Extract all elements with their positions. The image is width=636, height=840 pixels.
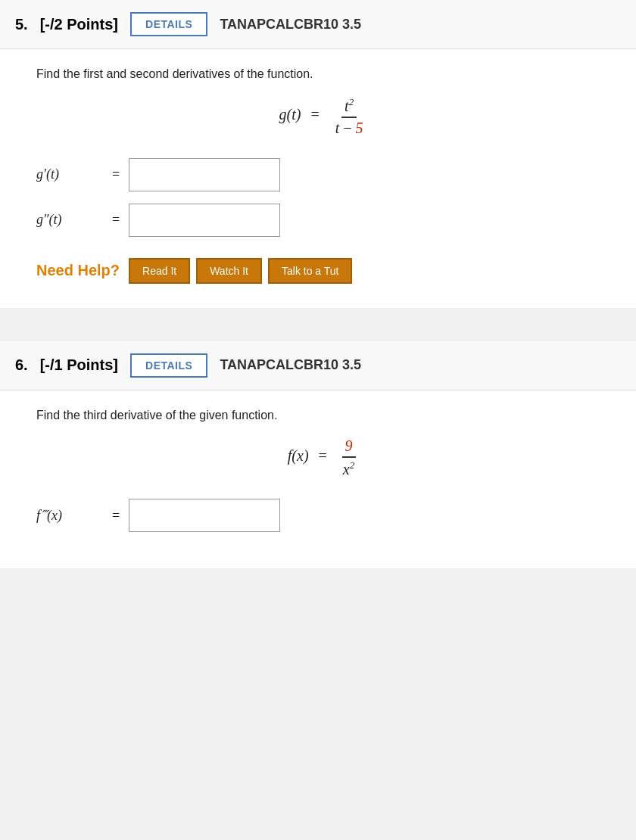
question-5-prompt: Find the first and second derivatives of…	[36, 67, 612, 81]
answer-input-fppp[interactable]	[129, 499, 280, 532]
answer-label-gp: g′(t)	[36, 166, 112, 182]
question-5: 5. [-/2 Points] DETAILS TANAPCALCBR10 3.…	[0, 0, 636, 308]
question-5-header: 5. [-/2 Points] DETAILS TANAPCALCBR10 3.…	[0, 0, 636, 49]
question-6-prompt: Find the third derivative of the given f…	[36, 409, 612, 422]
talk-to-tutor-button-5[interactable]: Talk to a Tut	[268, 258, 352, 284]
answer-row-gpp: g″(t) =	[36, 204, 612, 237]
answer-label-gpp: g″(t)	[36, 212, 112, 228]
answer-row-gp: g′(t) =	[36, 158, 612, 191]
question-6-function: f(x) = 9 x2	[36, 437, 612, 478]
question-5-points: [-/2 Points]	[40, 16, 118, 33]
question-6-header: 6. [-/1 Points] DETAILS TANAPCALCBR10 3.…	[0, 341, 636, 390]
answer-label-fppp: f‴(x)	[36, 507, 112, 524]
equals-sign-fppp: =	[112, 508, 120, 524]
watch-it-button-5[interactable]: Watch It	[196, 258, 262, 284]
answer-input-gpp[interactable]	[129, 204, 280, 237]
question-6-label: 6.	[15, 356, 28, 374]
question-6-points: [-/1 Points]	[40, 356, 118, 374]
need-help-label-5: Need Help?	[36, 262, 120, 279]
answer-row-fppp: f‴(x) =	[36, 499, 612, 532]
spacer	[0, 326, 636, 341]
read-it-button-5[interactable]: Read It	[129, 258, 190, 284]
question-5-code: TANAPCALCBR10 3.5	[220, 17, 361, 33]
equals-sign-gp: =	[112, 166, 120, 182]
question-5-body: Find the first and second derivatives of…	[0, 49, 636, 308]
details-button-6[interactable]: DETAILS	[130, 353, 207, 378]
equals-sign-gpp: =	[112, 212, 120, 228]
answer-input-gp[interactable]	[129, 158, 280, 191]
need-help-row-5: Need Help? Read It Watch It Talk to a Tu…	[36, 258, 612, 284]
details-button-5[interactable]: DETAILS	[130, 12, 207, 36]
question-6-body: Find the third derivative of the given f…	[0, 390, 636, 569]
question-6: 6. [-/1 Points] DETAILS TANAPCALCBR10 3.…	[0, 341, 636, 569]
question-6-code: TANAPCALCBR10 3.5	[220, 357, 361, 373]
question-5-label: 5.	[15, 16, 28, 33]
question-5-function: g(t) = t2 t − 5	[36, 96, 612, 137]
